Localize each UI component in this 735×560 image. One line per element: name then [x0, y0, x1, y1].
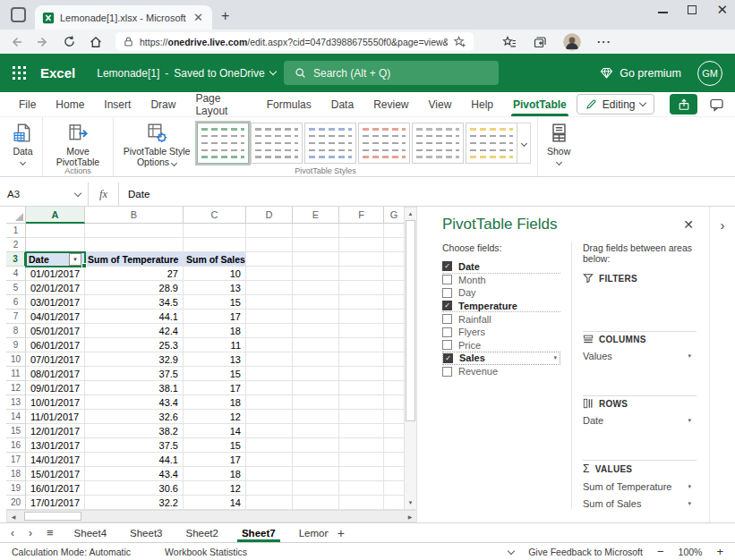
cell-g19[interactable] — [384, 481, 404, 496]
vertical-scroll-thumb[interactable] — [406, 220, 415, 421]
cell-d13[interactable] — [246, 395, 293, 410]
cell-e10[interactable] — [293, 352, 339, 367]
cell-d18[interactable] — [246, 467, 293, 481]
cell-f3[interactable] — [339, 252, 384, 267]
cell-g10[interactable] — [384, 352, 404, 367]
field-item-rainfall[interactable]: Rainfall — [442, 312, 560, 326]
editing-mode-button[interactable]: Editing — [577, 94, 655, 115]
cell-f7[interactable] — [339, 310, 384, 324]
cell-c3[interactable]: Sum of Sales — [184, 252, 246, 267]
cell-a9[interactable]: 06/01/2017 — [26, 338, 85, 352]
column-header-b[interactable]: B — [85, 207, 184, 224]
tab-actions-icon[interactable] — [11, 7, 26, 22]
cell-c10[interactable]: 13 — [184, 352, 246, 367]
ribbon-tab-draw[interactable]: Draw — [141, 92, 185, 116]
scroll-left-icon[interactable]: ◀ — [7, 510, 20, 522]
column-header-a[interactable]: A — [26, 207, 85, 224]
column-header-f[interactable]: F — [339, 207, 384, 224]
row-header-19[interactable]: 19 — [6, 481, 26, 496]
chevron-down-icon[interactable]: ▾ — [688, 500, 697, 507]
style-thumbnail-gray[interactable] — [251, 123, 303, 164]
values-area[interactable]: Σ VALUES Sum of Temperature▾Sum of Sales… — [583, 461, 697, 509]
cell-a10[interactable]: 07/01/2017 — [26, 352, 85, 367]
cell-g9[interactable] — [384, 338, 404, 352]
cell-c5[interactable]: 13 — [184, 281, 246, 295]
column-header-e[interactable]: E — [293, 207, 339, 224]
cell-g14[interactable] — [384, 410, 404, 424]
ribbon-tab-formulas[interactable]: Formulas — [257, 92, 321, 116]
row-header-18[interactable]: 18 — [6, 467, 26, 481]
refresh-icon[interactable] — [63, 35, 76, 48]
row-header-6[interactable]: 6 — [6, 295, 26, 310]
home-icon[interactable] — [89, 35, 103, 49]
cell-g13[interactable] — [384, 395, 404, 410]
go-premium-button[interactable]: Go premium — [600, 67, 681, 80]
cell-c8[interactable]: 18 — [184, 324, 246, 338]
cell-a8[interactable]: 05/01/2017 — [26, 324, 85, 338]
window-maximize-button[interactable] — [688, 5, 697, 14]
cell-a19[interactable]: 16/01/2017 — [26, 481, 85, 496]
field-checkbox-revenue[interactable] — [442, 367, 452, 377]
field-checkbox-sales[interactable]: ✓ — [443, 353, 453, 363]
cell-f1[interactable] — [339, 224, 384, 238]
cell-g1[interactable] — [384, 224, 404, 238]
row-header-9[interactable]: 9 — [6, 338, 26, 352]
column-header-g[interactable]: G — [384, 207, 404, 224]
cell-c14[interactable]: 12 — [184, 410, 246, 424]
horizontal-scrollbar[interactable]: ◀ ▶ — [6, 510, 417, 522]
ribbon-tab-page-layout[interactable]: Page Layout — [185, 92, 256, 116]
row-header-12[interactable]: 12 — [6, 381, 26, 395]
cell-g7[interactable] — [384, 310, 404, 324]
cell-e3[interactable] — [293, 252, 339, 267]
zoom-out-button[interactable]: − — [657, 545, 664, 558]
app-launcher-icon[interactable] — [13, 66, 26, 80]
scroll-right-icon[interactable]: ▶ — [404, 510, 416, 522]
browser-menu-icon[interactable]: ··· — [597, 35, 611, 48]
area-field-values[interactable]: Values▾ — [583, 351, 697, 361]
cell-b6[interactable]: 34.5 — [85, 295, 184, 310]
cell-a18[interactable]: 15/01/2017 — [26, 467, 85, 481]
cell-f10[interactable] — [339, 352, 384, 367]
add-sheet-button[interactable]: + — [329, 523, 354, 542]
cell-f18[interactable] — [339, 467, 384, 481]
ribbon-tab-file[interactable]: File — [9, 92, 46, 116]
cell-d2[interactable] — [246, 238, 293, 252]
ribbon-tab-insert[interactable]: Insert — [94, 92, 141, 116]
cell-a3[interactable]: Date▼ — [26, 252, 85, 267]
cell-c11[interactable]: 15 — [184, 367, 246, 381]
share-button[interactable] — [670, 94, 697, 115]
cell-f16[interactable] — [339, 438, 384, 453]
style-thumbnail-red[interactable] — [358, 123, 410, 164]
tab-close-icon[interactable]: ✕ — [192, 11, 205, 24]
style-thumbnail-green[interactable] — [197, 123, 249, 164]
back-icon[interactable] — [9, 35, 23, 49]
ribbon-tab-data[interactable]: Data — [321, 92, 363, 116]
cell-b20[interactable]: 32.2 — [85, 496, 184, 510]
cell-f11[interactable] — [339, 367, 384, 381]
cell-f12[interactable] — [339, 381, 384, 395]
cell-e12[interactable] — [293, 381, 339, 395]
cell-c6[interactable]: 15 — [184, 295, 246, 310]
field-item-revenue[interactable]: Revenue — [442, 365, 560, 378]
cell-c4[interactable]: 10 — [184, 267, 246, 281]
style-thumbnail-yellow[interactable] — [466, 123, 517, 164]
scroll-up-icon[interactable]: ▲ — [405, 208, 416, 220]
cell-f13[interactable] — [339, 395, 384, 410]
ribbon-tab-help[interactable]: Help — [461, 92, 503, 116]
cell-f2[interactable] — [339, 238, 384, 252]
cell-a15[interactable]: 12/01/2017 — [26, 424, 85, 438]
cell-b1[interactable] — [85, 224, 184, 238]
columns-area[interactable]: COLUMNS Values▾ — [583, 332, 697, 396]
row-header-7[interactable]: 7 — [6, 310, 26, 324]
cell-c1[interactable] — [184, 224, 246, 238]
cell-f20[interactable] — [339, 496, 384, 510]
field-checkbox-flyers[interactable] — [442, 327, 452, 337]
cell-e19[interactable] — [293, 481, 339, 496]
move-pivottable-button[interactable]: Move PivotTable — [49, 123, 107, 167]
area-field-sum-of-temperature[interactable]: Sum of Temperature▾ — [583, 481, 697, 492]
cell-b13[interactable]: 43.4 — [85, 395, 184, 410]
cell-e20[interactable] — [293, 496, 339, 510]
cell-e1[interactable] — [293, 224, 339, 238]
browser-tab[interactable]: Lemonade[1].xlsx - Microsoft Exc ✕ — [35, 5, 212, 30]
cell-d11[interactable] — [246, 367, 293, 381]
